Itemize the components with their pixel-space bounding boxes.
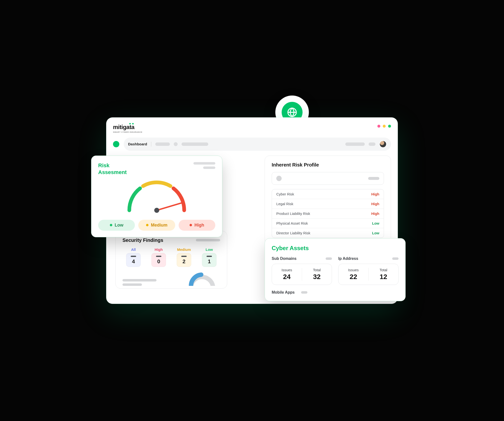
risk-row-label: Cyber Risk [276,192,294,196]
security-findings-title: Security Findings [122,237,163,243]
risk-row[interactable]: Director Liability Risk Low [272,228,384,238]
risk-row-label: Physical Asset Risk [276,221,308,225]
findings-tab-medium[interactable]: Medium 2 [173,247,195,267]
findings-count-box: 0 [151,253,166,267]
ip-address-block: Ip Address Issues 22 Total 12 [338,256,399,285]
findings-count: 4 [132,258,135,265]
bar-icon [181,256,187,257]
brand-name: mitigata [113,124,134,130]
stat-value: 24 [272,273,302,281]
inherent-risk-card: Inherent Risk Profile Cyber Risk High Le… [265,156,391,245]
legend-low-label: Low [115,223,123,228]
legend-high[interactable]: High [179,220,215,231]
risk-list: Cyber Risk High Legal Risk High Product … [272,189,384,238]
risk-row-label: Product Liability Risk [276,211,310,216]
findings-tab-all[interactable]: All 4 [122,247,144,267]
findings-count: 0 [157,258,160,265]
legend-high-label: High [194,223,204,228]
sub-domains-title: Sub Domains [272,256,296,261]
cyber-assets-card: Cyber Assets Sub Domains Issues 24 [265,238,406,301]
findings-count: 2 [182,258,185,265]
brand-logo: mitigata [113,124,142,131]
risk-row[interactable]: Cyber Risk High [272,189,384,199]
mobile-apps-title: Mobile Apps [272,290,295,295]
traffic-yellow-dot[interactable] [383,125,386,128]
window-traffic-lights [377,124,391,128]
toolbar-placeholder [345,142,365,146]
risk-row-level: High [371,192,379,196]
risk-row-level: High [371,202,379,206]
sidebar-toggle-dot[interactable] [113,141,119,147]
findings-tab-low[interactable]: Low 1 [198,247,220,267]
circle-icon [276,176,282,181]
donut-chart-partial [186,272,218,286]
sub-domains-stats[interactable]: Issues 24 Total 32 [272,264,332,285]
placeholder-bar [301,291,307,294]
dot-icon [146,224,148,226]
stat-label: Total [369,268,399,272]
risk-row-label: Director Liability Risk [276,231,310,235]
findings-footer-placeholder [122,279,156,286]
risk-row-label: Legal Risk [276,202,293,206]
traffic-green-dot[interactable] [388,125,391,128]
risk-row[interactable]: Physical Asset Risk Low [272,218,384,228]
risk-row[interactable]: Legal Risk High [272,199,384,209]
risk-assessment-card: Risk Assesment [91,156,222,237]
top-toolbar: Dashboard [124,138,391,151]
risk-gauge [98,176,215,215]
toolbar-placeholder [369,142,375,146]
toolbar-placeholder [155,142,170,146]
placeholder-bar [326,257,332,260]
findings-count-box: 1 [202,253,217,267]
bar-icon [131,256,136,257]
toolbar-placeholder [182,142,208,146]
sub-domains-block: Sub Domains Issues 24 Total 32 [272,256,332,285]
risk-assessment-title: Risk Assesment [98,162,127,176]
svg-point-4 [154,208,159,213]
findings-tabs: All 4 High 0 Medium [122,247,220,267]
stat-label: Issues [339,268,368,272]
card-menu-placeholder [196,239,220,241]
risk-row[interactable]: Product Liability Risk High [272,209,384,218]
risk-row-level: High [371,211,379,216]
traffic-red-dot[interactable] [377,125,380,128]
findings-tab-label: Low [206,247,213,252]
findings-count-box: 4 [126,253,141,267]
breadcrumb[interactable]: Dashboard [128,142,147,146]
stat-value: 22 [339,273,368,281]
brand-tagline: SMART CYBER INSURANCE [113,131,142,133]
placeholder-bar [392,257,399,260]
svg-line-3 [157,203,182,210]
ip-address-stats[interactable]: Issues 22 Total 12 [338,264,399,285]
stat-label: Issues [272,268,302,272]
toolbar-placeholder [174,142,178,146]
stat-value: 32 [302,273,332,281]
placeholder-bar [368,177,379,180]
risk-row-level: Low [372,221,379,225]
risk-row-level: Low [372,231,379,235]
security-findings-card: Security Findings All 4 High [115,231,227,289]
findings-tab-label: All [131,247,136,252]
findings-tab-high[interactable]: High 0 [148,247,170,267]
dot-icon [190,224,192,226]
legend-medium[interactable]: Medium [138,220,175,231]
legend-medium-label: Medium [151,223,167,228]
dot-icon [110,224,112,226]
bar-icon [156,256,161,257]
card-menu-placeholder [193,162,215,169]
findings-tab-label: High [155,247,163,252]
findings-tab-label: Medium [177,247,191,252]
risk-filter-placeholder[interactable] [272,172,384,185]
brand-block: mitigata SMART CYBER INSURANCE [113,124,142,133]
findings-count-box: 2 [177,253,191,267]
legend-low[interactable]: Low [98,220,135,231]
stat-label: Total [302,268,332,272]
ip-address-title: Ip Address [338,256,358,261]
toolbar-separator [151,142,151,147]
avatar[interactable] [379,140,387,148]
dashboard-window: mitigata SMART CYBER INSURANCE Dashboard [106,117,398,304]
inherent-risk-title: Inherent Risk Profile [272,162,384,168]
risk-legend: Low Medium High [98,220,215,231]
bar-icon [207,256,212,257]
findings-count: 1 [208,258,211,265]
